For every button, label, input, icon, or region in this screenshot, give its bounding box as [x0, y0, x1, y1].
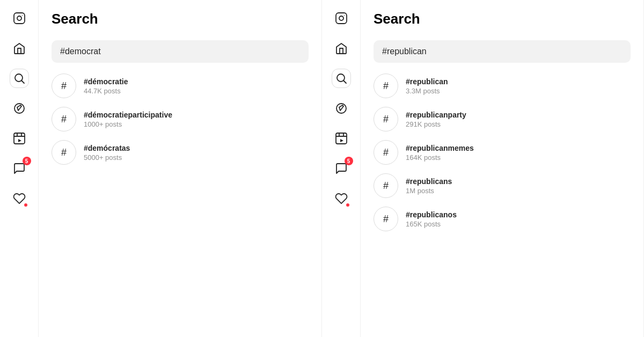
messages-badge: 5 — [23, 157, 31, 165]
tag-posts: 5000+ posts — [84, 153, 130, 162]
hashtag-icon: # — [52, 74, 76, 98]
tag-posts: 165K posts — [406, 220, 457, 228]
list-item[interactable]: # #republicanmemes 164K posts — [374, 140, 631, 165]
tag-name: #republican — [406, 77, 448, 86]
svg-marker-17 — [340, 139, 343, 142]
list-item[interactable]: # #republicans 1M posts — [374, 173, 631, 198]
tag-posts: 1000+ posts — [84, 120, 172, 128]
notifications-icon[interactable] — [10, 189, 29, 208]
tag-name: #demócratas — [84, 144, 130, 152]
hashtag-icon: # — [374, 74, 398, 98]
reels-icon[interactable] — [332, 129, 351, 148]
right-page-title: Search — [374, 11, 631, 27]
left-main: Search # #démocratie 44.7K posts # #démo… — [39, 0, 321, 337]
tag-posts: 3.3M posts — [406, 87, 448, 95]
hashtag-icon: # — [374, 207, 398, 231]
tag-posts: 44.7K posts — [84, 87, 128, 95]
right-main: Search # #republican 3.3M posts # #repub… — [361, 0, 643, 337]
explore-icon[interactable] — [10, 99, 29, 118]
home-icon[interactable] — [332, 39, 351, 58]
reels-icon[interactable] — [10, 129, 29, 148]
hashtag-icon: # — [374, 140, 398, 165]
svg-point-11 — [343, 15, 344, 16]
messages-icon[interactable]: 5 — [10, 159, 29, 178]
hashtag-icon: # — [52, 140, 76, 165]
right-panel: 5 Search # #republican 3.3M posts # — [322, 0, 644, 337]
tag-name: #republicanos — [406, 210, 457, 219]
tag-name: #republicanmemes — [406, 144, 474, 152]
svg-marker-8 — [18, 139, 21, 142]
list-item[interactable]: # #republican 3.3M posts — [374, 74, 631, 98]
notifications-icon[interactable] — [332, 189, 351, 208]
svg-marker-6 — [17, 105, 21, 111]
tag-posts: 291K posts — [406, 120, 466, 128]
tag-name: #republicanparty — [406, 111, 466, 119]
right-search-input[interactable] — [382, 47, 622, 56]
tag-name: #démocratieparticipative — [84, 111, 172, 119]
list-item[interactable]: # #republicanos 165K posts — [374, 207, 631, 231]
search-icon[interactable] — [332, 69, 351, 88]
tag-posts: 1M posts — [406, 187, 452, 195]
hashtag-icon: # — [374, 107, 398, 131]
left-panel: 5 Search # #démocratie 44.7K posts # — [0, 0, 322, 337]
messages-icon[interactable]: 5 — [332, 159, 351, 178]
instagram-logo-icon[interactable] — [10, 9, 29, 28]
right-sidebar: 5 — [322, 0, 361, 337]
left-search-input[interactable] — [60, 47, 300, 56]
home-icon[interactable] — [10, 39, 29, 58]
explore-icon[interactable] — [332, 99, 351, 118]
svg-line-4 — [21, 81, 24, 84]
left-search-wrapper[interactable] — [52, 40, 309, 63]
svg-point-1 — [17, 16, 21, 20]
list-item[interactable]: # #démocratieparticipative 1000+ posts — [52, 107, 309, 131]
list-item[interactable]: # #démocratie 44.7K posts — [52, 74, 309, 98]
svg-rect-16 — [336, 133, 347, 144]
svg-rect-7 — [14, 133, 25, 144]
svg-line-13 — [343, 81, 346, 84]
svg-point-10 — [339, 16, 343, 20]
notifications-dot — [346, 203, 350, 207]
right-search-wrapper[interactable] — [374, 40, 631, 63]
right-results: # #republican 3.3M posts # #republicanpa… — [374, 74, 631, 231]
search-icon[interactable] — [10, 69, 29, 88]
left-page-title: Search — [52, 11, 309, 27]
left-results: # #démocratie 44.7K posts # #démocratiep… — [52, 74, 309, 165]
hashtag-icon: # — [52, 107, 76, 131]
svg-rect-9 — [336, 13, 347, 24]
instagram-logo-icon[interactable] — [332, 9, 351, 28]
svg-point-2 — [21, 15, 22, 16]
notifications-dot — [24, 203, 28, 207]
list-item[interactable]: # #republicanparty 291K posts — [374, 107, 631, 131]
tag-name: #démocratie — [84, 77, 128, 86]
tag-name: #republicans — [406, 177, 452, 186]
svg-marker-15 — [339, 105, 343, 111]
messages-badge: 5 — [345, 157, 353, 165]
hashtag-icon: # — [374, 173, 398, 198]
tag-posts: 164K posts — [406, 153, 474, 162]
list-item[interactable]: # #demócratas 5000+ posts — [52, 140, 309, 165]
svg-rect-0 — [14, 13, 25, 24]
left-sidebar: 5 — [0, 0, 39, 337]
